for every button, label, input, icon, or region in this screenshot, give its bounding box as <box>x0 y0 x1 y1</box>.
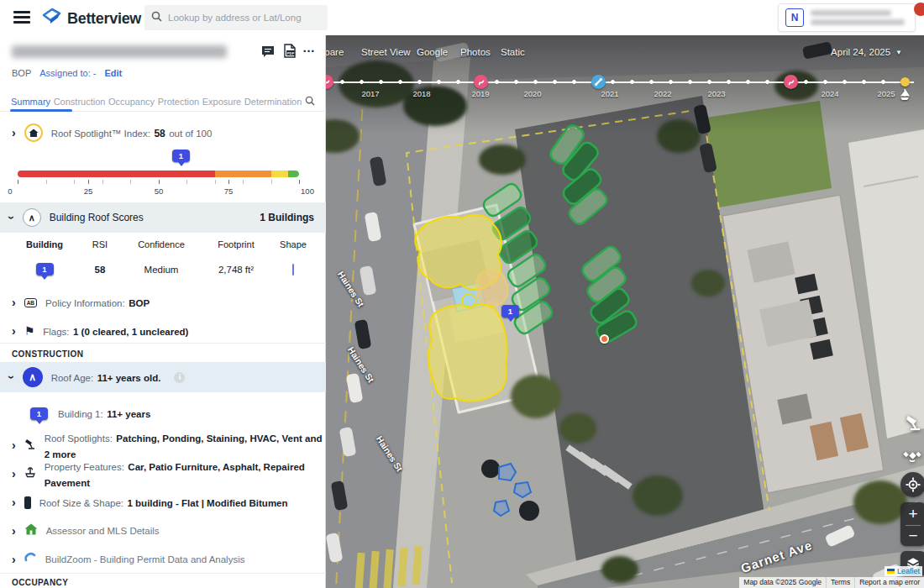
zoom-out-button[interactable]: − <box>900 526 924 546</box>
google-button[interactable]: Google <box>417 47 448 57</box>
timeline-year[interactable]: 2022 <box>654 89 671 98</box>
gauge-label-50: 50 <box>155 186 164 196</box>
timeline-current-marker[interactable] <box>900 77 910 87</box>
timeline-event-marker[interactable] <box>474 75 488 89</box>
footprint-shape-icon[interactable] <box>292 264 294 276</box>
static-button[interactable]: Static <box>501 47 525 57</box>
building-map-pin[interactable]: 1 <box>501 305 519 318</box>
building-badge[interactable]: 1 <box>36 263 54 276</box>
timeline-year[interactable]: 2019 <box>471 89 489 98</box>
tab-search-icon[interactable] <box>305 94 315 109</box>
building-detail-label: Building 1: <box>58 409 103 419</box>
chevron-right-icon[interactable]: › <box>12 468 16 480</box>
tab-summary[interactable]: Summary <box>11 97 50 107</box>
chevron-right-icon[interactable]: › <box>12 525 16 537</box>
tab-determination[interactable]: Determination <box>244 97 302 107</box>
col-shape: Shape <box>274 239 312 249</box>
chevron-down-icon[interactable]: › <box>6 375 18 380</box>
timeline-year[interactable]: 2024 <box>821 89 838 98</box>
leaflet-attribution[interactable]: Leaflet <box>885 566 922 576</box>
property-features-label: Property Features: <box>45 462 124 472</box>
pdf-export-icon[interactable]: PDF <box>284 44 296 61</box>
assessor-row[interactable]: › Assessor and MLS Details <box>0 522 326 539</box>
buildzoom-row[interactable]: › BuildZoom - Building Permit Data and A… <box>0 551 326 568</box>
info-icon[interactable]: i <box>174 372 185 383</box>
edit-link[interactable]: Edit <box>105 68 123 78</box>
car-feature-dot[interactable] <box>600 334 609 344</box>
policy-label: Policy Information: <box>45 298 125 308</box>
chevron-right-icon[interactable]: › <box>12 127 16 139</box>
account-card[interactable]: N <box>778 3 916 32</box>
col-rsi: RSI <box>76 239 124 249</box>
report-error-link[interactable]: Report a map error <box>854 577 924 588</box>
gauge-segment-red <box>18 171 215 177</box>
timeline-year[interactable]: 2023 <box>707 89 725 98</box>
address-search[interactable] <box>144 5 328 30</box>
spotlight-tool-icon[interactable] <box>902 412 922 432</box>
more-options-button[interactable]: … <box>302 40 316 55</box>
tab-occupancy[interactable]: Occupancy <box>108 97 155 107</box>
building-detail-value: 11+ years <box>107 409 150 419</box>
chevron-down-icon[interactable]: › <box>6 216 18 220</box>
roof-age-row[interactable]: › ∧ Roof Age: 11+ years old. i <box>0 362 326 392</box>
map-attribution: Map data ©2025 Google Terms Report a map… <box>739 577 924 588</box>
flags-row[interactable]: › ⚑ Flags: 1 (0 cleared, 1 uncleared) <box>0 323 326 339</box>
policy-ab-icon: AB <box>24 298 37 307</box>
leaflet-link[interactable]: Leaflet <box>897 567 920 575</box>
rsi-suffix: out of 100 <box>169 129 212 139</box>
account-email-redacted <box>811 19 905 25</box>
roof-size-value: 1 building - Flat | Modified Bitumen <box>128 498 288 508</box>
timeline-dots <box>333 78 912 86</box>
timeline-year[interactable]: 2020 <box>523 89 541 98</box>
zoom-in-button[interactable]: + <box>900 502 924 525</box>
gauge-label-100: 100 <box>301 186 314 196</box>
search-icon <box>151 10 162 25</box>
policy-information-row[interactable]: › AB Policy Information: BOP <box>0 294 326 311</box>
terms-link[interactable]: Terms <box>826 577 854 588</box>
building-roof-icon: ∧ <box>23 208 41 227</box>
roof-spotlights-row[interactable]: › Roof Spotlights: Patching, Ponding, St… <box>0 437 326 454</box>
svg-text:PDF: PDF <box>287 51 295 55</box>
satellite-map[interactable]: Compare Street View Google Photos Static… <box>326 35 924 588</box>
chevron-right-icon[interactable]: › <box>12 554 16 565</box>
property-features-row[interactable]: › Property Features: Car, Patio Furnitur… <box>0 465 326 482</box>
photos-button[interactable]: Photos <box>460 47 491 57</box>
account-avatar: N <box>785 8 804 27</box>
timeline-year[interactable]: 2018 <box>412 89 430 98</box>
locate-button[interactable] <box>900 472 924 497</box>
timeline-year[interactable]: 2017 <box>361 89 379 98</box>
timeline-year[interactable]: 2021 <box>601 89 618 98</box>
timeline-wrench-marker[interactable] <box>591 75 606 89</box>
table-row[interactable]: 1 58 Medium 2,748 ft² <box>13 263 312 276</box>
comment-icon[interactable] <box>261 45 275 61</box>
gauge-segment-yellow <box>271 171 288 177</box>
street-view-button[interactable]: Street View <box>361 47 411 57</box>
search-input[interactable] <box>168 13 311 23</box>
roof-spotlight-index-row[interactable]: › Roof Spotlight™ Index: 58 out of 100 <box>0 123 326 143</box>
chevron-right-icon[interactable]: › <box>12 439 16 451</box>
buildzoom-arc-icon <box>24 552 37 567</box>
timeline-event-marker[interactable] <box>784 75 798 89</box>
brand-logo[interactable]: Betterview <box>40 7 141 30</box>
imagery-date-selector[interactable]: April 24, 2025 ▼ <box>831 47 902 57</box>
tab-exposure[interactable]: Exposure <box>202 97 241 107</box>
compare-button[interactable]: Compare <box>326 47 344 57</box>
tab-protection[interactable]: Protection <box>158 97 200 107</box>
satellite-tool-icon[interactable] <box>902 445 922 465</box>
building-roof-scores-header[interactable]: › ∧ Building Roof Scores 1 Buildings <box>0 202 326 233</box>
tab-construction[interactable]: Construction <box>54 97 106 107</box>
policy-type-label: BOP <box>12 68 31 78</box>
building-age-detail-row[interactable]: 1 Building 1: 11+ years <box>0 405 326 422</box>
green-house-icon <box>24 523 38 538</box>
building-badge[interactable]: 1 <box>30 407 48 420</box>
roof-size-shape-row[interactable]: › Roof Size & Shape: 1 building - Flat |… <box>0 494 326 511</box>
assessor-label: Assessor and MLS Details <box>46 526 160 536</box>
hamburger-menu-icon[interactable] <box>13 11 30 24</box>
property-panel: PDF … BOP Assigned to: - Edit Summary Co… <box>0 35 326 588</box>
chevron-right-icon[interactable]: › <box>12 325 16 337</box>
chevron-right-icon[interactable]: › <box>12 297 16 308</box>
chevron-right-icon[interactable]: › <box>12 496 16 508</box>
roof-shape-icon <box>24 496 31 509</box>
timeline-year[interactable]: 2025 <box>877 89 895 98</box>
property-address-redacted <box>12 45 227 58</box>
